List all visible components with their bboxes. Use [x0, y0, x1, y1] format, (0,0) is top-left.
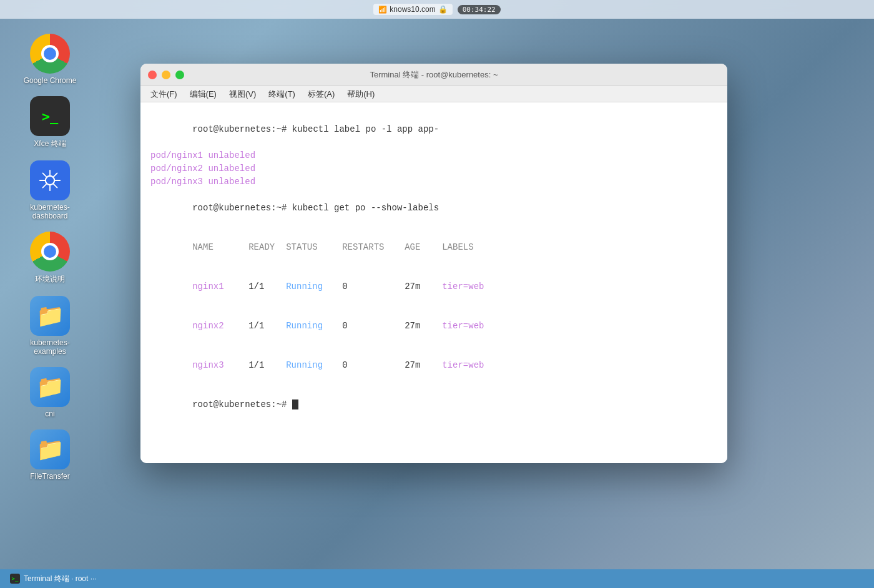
- term-table-row-nginx1: nginx11/1Running027mtier=web: [150, 267, 717, 306]
- dock-item-kubernetes-dashboard[interactable]: kubernetes-dashboard: [12, 158, 87, 223]
- terminal-title: Terminal 终端 - root@kubernetes: ~: [370, 69, 498, 81]
- url-bar: 📶 knows10.com 🔒: [373, 4, 452, 15]
- close-button[interactable]: [148, 71, 157, 79]
- dock-label-filetransfer: FileTransfer: [30, 472, 70, 481]
- term-line-cmd2: root@kubernetes:~# kubectl get po --show…: [150, 189, 717, 228]
- dock-label-kubernetes-examples: kubernetes-examples: [30, 338, 69, 356]
- folder-icon-filetransfer: 📁: [30, 429, 70, 469]
- menu-help[interactable]: 帮助(H): [345, 87, 377, 101]
- term-line-cmd1: root@kubernetes:~# kubectl label po -l a…: [150, 110, 717, 149]
- taskbar: >_ Terminal 终端 · root ···: [0, 569, 874, 588]
- dock-item-kubernetes-examples[interactable]: 📁 kubernetes-examples: [12, 293, 87, 358]
- terminal-window: Terminal 终端 - root@kubernetes: ~ 文件(F) 编…: [140, 64, 727, 463]
- chrome-icon: [30, 34, 70, 74]
- terminal-titlebar: Terminal 终端 - root@kubernetes: ~: [140, 64, 727, 86]
- maximize-button[interactable]: [175, 71, 184, 79]
- folder-icon-examples: 📁: [30, 296, 70, 336]
- taskbar-terminal-item[interactable]: >_ Terminal 终端 · root ···: [5, 571, 102, 586]
- dock-item-filetransfer[interactable]: 📁 FileTransfer: [12, 427, 87, 483]
- desktop: 📶 knows10.com 🔒 00:34:22 Google Chrome >…: [0, 0, 874, 588]
- dock-label-cni: cni: [45, 409, 54, 418]
- cursor: [292, 399, 298, 409]
- dock-label-huan-jing-shuo-ming: 环境说明: [35, 274, 65, 285]
- dock-label-google-chrome: Google Chrome: [24, 76, 77, 85]
- taskbar-terminal-icon: >_: [10, 574, 20, 584]
- term-prompt-cursor: root@kubernetes:~#: [150, 385, 717, 424]
- kubernetes-icon: [30, 160, 70, 200]
- menu-bar: 📶 knows10.com 🔒 00:34:22: [0, 0, 874, 19]
- menu-tab[interactable]: 标签(A): [305, 87, 337, 101]
- signal-icon: 📶: [378, 6, 387, 14]
- dock-sidebar: Google Chrome >_ Xfce 终端: [0, 19, 100, 569]
- window-controls: [148, 71, 184, 79]
- term-table-header: NAMEREADYSTATUSRESTARTSAGELABELS: [150, 228, 717, 267]
- dock-item-google-chrome[interactable]: Google Chrome: [12, 31, 87, 87]
- minimize-button[interactable]: [162, 71, 170, 79]
- folder-icon-cni: 📁: [30, 367, 70, 407]
- menu-items: 文件(F) 编辑(E) 视图(V) 终端(T) 标签(A) 帮助(H): [145, 87, 380, 101]
- dock-item-xfce-terminal[interactable]: >_ Xfce 终端: [12, 94, 87, 152]
- dock-label-kubernetes-dashboard: kubernetes-dashboard: [30, 203, 69, 220]
- timer-badge: 00:34:22: [458, 5, 501, 14]
- taskbar-terminal-label: Terminal 终端 · root ···: [24, 574, 97, 584]
- term-table-row-nginx2: nginx21/1Running027mtier=web: [150, 306, 717, 346]
- term-line-unlabeled1: pod/nginx1 unlabeled: [150, 149, 717, 162]
- terminal-icon: >_: [30, 96, 70, 136]
- terminal-menu-bar: 文件(F) 编辑(E) 视图(V) 终端(T) 标签(A) 帮助(H): [140, 86, 727, 102]
- dock-item-cni[interactable]: 📁 cni: [12, 365, 87, 421]
- dock-item-huan-jing-shuo-ming[interactable]: 环境说明: [12, 229, 87, 287]
- lock-icon: 🔒: [438, 5, 448, 14]
- term-table-row-nginx3: nginx31/1Running027mtier=web: [150, 346, 717, 385]
- dock-label-xfce-terminal: Xfce 终端: [34, 139, 66, 149]
- menu-file[interactable]: 文件(F): [148, 87, 180, 101]
- terminal-content[interactable]: root@kubernetes:~# kubectl label po -l a…: [140, 102, 727, 463]
- term-line-unlabeled2: pod/nginx2 unlabeled: [150, 162, 717, 175]
- kubernetes-wheel-svg: [39, 169, 61, 192]
- menu-terminal[interactable]: 终端(T): [266, 87, 298, 101]
- menu-view[interactable]: 视图(V): [227, 87, 258, 101]
- term-line-unlabeled3: pod/nginx3 unlabeled: [150, 175, 717, 189]
- chrome-icon-2: [30, 232, 70, 272]
- url-text: knows10.com: [390, 5, 435, 14]
- menu-edit[interactable]: 编辑(E): [187, 87, 219, 101]
